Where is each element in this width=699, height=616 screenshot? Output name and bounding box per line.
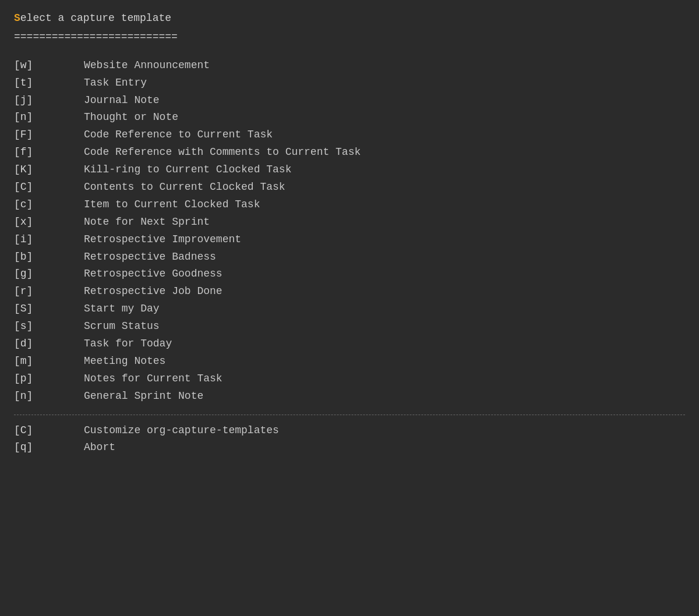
menu-item[interactable]: [F]Code Reference to Current Task (14, 126, 685, 144)
menu-item-key: [n] (14, 388, 84, 405)
menu-item[interactable]: [c]Item to Current Clocked Task (14, 196, 685, 214)
menu-item-key: [t] (14, 75, 84, 91)
menu-item-key: [i] (14, 232, 84, 248)
menu-item[interactable]: [s]Scrum Status (14, 318, 685, 335)
menu-item-label: Website Announcement (84, 58, 210, 74)
title-first-char: S (14, 10, 20, 27)
menu-item[interactable]: [b]Retrospective Badness (14, 249, 685, 266)
footer-item-label: Abort (84, 440, 115, 456)
menu-item-key: [p] (14, 371, 84, 387)
menu-item[interactable]: [n]Thought or Note (14, 109, 685, 126)
menu-item[interactable]: [f]Code Reference with Comments to Curre… (14, 144, 685, 161)
title-rest: elect a capture template (20, 10, 171, 27)
menu-item-label: General Sprint Note (84, 388, 203, 405)
menu-item-key: [x] (14, 214, 84, 231)
menu-item-label: Code Reference with Comments to Current … (84, 144, 361, 161)
menu-item-label: Journal Note (84, 93, 160, 109)
menu-item-key: [r] (14, 284, 84, 300)
menu-item-key: [s] (14, 318, 84, 335)
menu-list: [w]Website Announcement[t]Task Entry[j]J… (14, 57, 685, 405)
menu-item-label: Thought or Note (84, 109, 178, 126)
menu-item-key: [b] (14, 249, 84, 265)
menu-item-key: [K] (14, 162, 84, 178)
menu-item-key: [n] (14, 109, 84, 126)
menu-item-label: Start my Day (84, 301, 160, 317)
divider (14, 415, 685, 415)
menu-item-label: Scrum Status (84, 318, 160, 335)
menu-item[interactable]: [g]Retrospective Goodness (14, 265, 685, 283)
menu-item[interactable]: [r]Retrospective Job Done (14, 283, 685, 300)
menu-item-key: [m] (14, 353, 84, 370)
footer-item[interactable]: [q]Abort (14, 439, 685, 456)
footer-list: [C]Customize org-capture-templates[q]Abo… (14, 422, 685, 457)
menu-item-key: [F] (14, 127, 84, 143)
menu-item[interactable]: [C]Contents to Current Clocked Task (14, 179, 685, 196)
menu-item[interactable]: [p]Notes for Current Task (14, 370, 685, 388)
menu-item-label: Retrospective Badness (84, 249, 216, 265)
menu-item[interactable]: [n]General Sprint Note (14, 388, 685, 405)
menu-item-label: Meeting Notes (84, 353, 165, 370)
menu-item-key: [C] (14, 179, 84, 196)
menu-item-label: Retrospective Improvement (84, 232, 241, 248)
menu-item-label: Kill-ring to Current Clocked Task (84, 162, 291, 178)
menu-item-label: Task for Today (84, 336, 172, 352)
menu-item-label: Contents to Current Clocked Task (84, 179, 285, 196)
menu-item-label: Retrospective Goodness (84, 266, 223, 282)
footer-item-label: Customize org-capture-templates (84, 423, 279, 439)
menu-item-label: Notes for Current Task (84, 371, 223, 387)
menu-item[interactable]: [K]Kill-ring to Current Clocked Task (14, 161, 685, 179)
menu-item-key: [w] (14, 58, 84, 74)
menu-item-key: [c] (14, 197, 84, 213)
menu-item-key: [j] (14, 93, 84, 109)
menu-item-key: [g] (14, 266, 84, 282)
menu-item[interactable]: [x]Note for Next Sprint (14, 214, 685, 231)
footer-item-key: [C] (14, 423, 84, 439)
separator-line: ========================== (14, 29, 685, 45)
menu-item[interactable]: [j]Journal Note (14, 92, 685, 109)
footer-item[interactable]: [C]Customize org-capture-templates (14, 422, 685, 440)
menu-item[interactable]: [t]Task Entry (14, 75, 685, 92)
menu-item-key: [d] (14, 336, 84, 352)
footer-item-key: [q] (14, 440, 84, 456)
menu-item-label: Code Reference to Current Task (84, 127, 273, 143)
menu-item[interactable]: [w]Website Announcement (14, 57, 685, 75)
title-line: S elect a capture template (14, 10, 685, 27)
menu-item[interactable]: [i]Retrospective Improvement (14, 231, 685, 249)
menu-item[interactable]: [d]Task for Today (14, 335, 685, 353)
menu-item[interactable]: [S]Start my Day (14, 300, 685, 318)
menu-item-label: Task Entry (84, 75, 147, 91)
menu-item-label: Retrospective Job Done (84, 284, 223, 300)
menu-item-key: [f] (14, 144, 84, 161)
menu-item-label: Item to Current Clocked Task (84, 197, 260, 213)
menu-item-key: [S] (14, 301, 84, 317)
menu-item[interactable]: [m]Meeting Notes (14, 353, 685, 370)
menu-item-label: Note for Next Sprint (84, 214, 210, 231)
